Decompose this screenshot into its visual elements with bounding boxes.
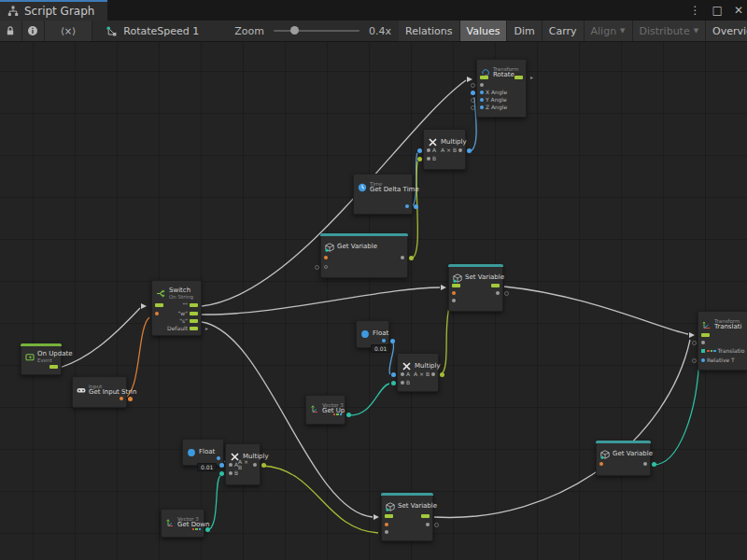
- blue-port[interactable]: [480, 98, 484, 102]
- maximize-icon[interactable]: □: [712, 4, 723, 17]
- carry-button[interactable]: Carry: [543, 21, 585, 41]
- gray-port[interactable]: [701, 341, 705, 344]
- outer-port[interactable]: [205, 527, 210, 532]
- outer-port[interactable]: [414, 204, 418, 209]
- outer-port[interactable]: [409, 256, 414, 260]
- node-get-input[interactable]: InputGet Input Strin: [72, 376, 127, 408]
- orange-port[interactable]: [155, 312, 159, 315]
- outer-port[interactable]: [391, 381, 396, 385]
- zoom-slider[interactable]: [274, 30, 359, 32]
- node-float-bottom[interactable]: Float0.01: [182, 439, 224, 466]
- flow-port[interactable]: [155, 303, 163, 307]
- outer-port[interactable]: [128, 397, 133, 401]
- node-set-variable-bottom[interactable]: Set Variable: [381, 493, 433, 541]
- orange-port[interactable]: [385, 523, 388, 526]
- gray-port[interactable]: [426, 523, 430, 526]
- gray-port[interactable]: [427, 157, 430, 161]
- node-multiply-top[interactable]: MultiplyAA × BB: [423, 129, 466, 170]
- node-float-mid[interactable]: Float0.01: [356, 320, 389, 348]
- values-button[interactable]: Values: [460, 21, 508, 41]
- gray-port[interactable]: [427, 148, 430, 152]
- orange-port[interactable]: [324, 256, 328, 259]
- outer-port[interactable]: [219, 471, 224, 476]
- blue-port[interactable]: [405, 204, 409, 208]
- outer-port[interactable]: [471, 98, 475, 103]
- gray-port[interactable]: [229, 471, 233, 475]
- blue-port[interactable]: [480, 105, 484, 109]
- flow-port[interactable]: [49, 365, 58, 369]
- blue-port[interactable]: [217, 456, 220, 460]
- node-get-up[interactable]: Vector 3Get Up: [305, 395, 345, 425]
- gray-port[interactable]: [452, 299, 456, 302]
- outer-port[interactable]: [434, 523, 439, 527]
- orange-port[interactable]: [120, 397, 123, 400]
- gray-port[interactable]: [253, 463, 257, 467]
- node-get-variable-top[interactable]: Get Variable: [320, 233, 408, 278]
- flow-port[interactable]: [491, 284, 500, 287]
- align-dropdown[interactable]: Align▼: [585, 21, 633, 41]
- outer-port[interactable]: [261, 463, 266, 468]
- node-delta[interactable]: TimeGet Delta Time: [353, 174, 413, 215]
- outer-port[interactable]: [391, 372, 396, 377]
- outer-port[interactable]: [471, 83, 475, 88]
- outer-port[interactable]: [417, 157, 422, 161]
- outer-port[interactable]: [315, 265, 319, 270]
- gray-port[interactable]: [496, 291, 500, 295]
- outer-port[interactable]: [467, 148, 472, 153]
- gray-port[interactable]: [401, 372, 404, 376]
- node-rotate[interactable]: TransformRotate▸X AngleY AngleZ Angle: [476, 59, 527, 118]
- outer-port[interactable]: [692, 358, 697, 363]
- gray-port[interactable]: [229, 463, 233, 467]
- flow-port[interactable]: [190, 319, 198, 323]
- outer-port[interactable]: [390, 339, 395, 343]
- overview-button[interactable]: Overview: [706, 21, 747, 41]
- outer-port[interactable]: [471, 105, 475, 110]
- orange-port[interactable]: [599, 462, 603, 466]
- node-multiply-bottom[interactable]: MultiplyAA × BB: [225, 443, 261, 485]
- outer-port[interactable]: [346, 413, 351, 417]
- relations-button[interactable]: Relations: [399, 21, 460, 41]
- dim-button[interactable]: Dim: [507, 21, 542, 41]
- outer-port[interactable]: [440, 372, 444, 377]
- gray-port[interactable]: [643, 462, 647, 466]
- node-set-variable-mid[interactable]: Set Variable: [448, 264, 503, 312]
- lock-button[interactable]: [0, 21, 22, 41]
- outer-port[interactable]: [504, 291, 509, 296]
- gray-port[interactable]: [458, 148, 462, 152]
- gray-port[interactable]: [431, 372, 435, 376]
- menu-icon[interactable]: ⋮: [690, 4, 701, 17]
- tab-script-graph[interactable]: Script Graph: [0, 0, 107, 21]
- flow-port[interactable]: [452, 284, 460, 287]
- vector3-port[interactable]: [192, 528, 202, 531]
- blue-port[interactable]: [382, 339, 386, 343]
- outer-port[interactable]: [692, 341, 697, 345]
- outer-port[interactable]: [471, 91, 475, 95]
- teal-port[interactable]: [701, 349, 705, 353]
- flow-port[interactable]: [514, 76, 523, 79]
- node-on-update[interactable]: On UpdateEvent: [21, 343, 62, 375]
- flow-port[interactable]: [480, 76, 488, 79]
- value-port[interactable]: [324, 265, 328, 269]
- node-switch[interactable]: SwitchOn String"""w""s"▸Default: [151, 280, 202, 336]
- flow-port[interactable]: [385, 514, 393, 518]
- value-input[interactable]: 0.01: [197, 463, 217, 471]
- graph-name[interactable]: RotateSpeed 1: [123, 25, 199, 37]
- node-get-down[interactable]: Vector 3Get Down: [161, 509, 204, 538]
- node-multiply-mid[interactable]: MultiplyAA × BB: [397, 353, 439, 392]
- outer-port[interactable]: [652, 462, 656, 467]
- outer-port[interactable]: [417, 148, 422, 153]
- blue-port[interactable]: [701, 358, 705, 362]
- flow-port[interactable]: [190, 303, 198, 307]
- flow-port[interactable]: [190, 327, 198, 330]
- inspect-button[interactable]: [22, 21, 45, 41]
- flow-port[interactable]: [701, 333, 710, 337]
- gray-port[interactable]: [480, 83, 484, 87]
- zoom-slider-handle[interactable]: [290, 26, 299, 35]
- flow-port[interactable]: [190, 312, 198, 315]
- gray-port[interactable]: [401, 381, 404, 385]
- collapse-button[interactable]: ⟨×⟩: [45, 21, 93, 41]
- gray-port[interactable]: [385, 530, 388, 534]
- flow-port[interactable]: [421, 514, 430, 518]
- gray-port[interactable]: [401, 256, 404, 259]
- distribute-dropdown[interactable]: Distribute▼: [633, 21, 707, 41]
